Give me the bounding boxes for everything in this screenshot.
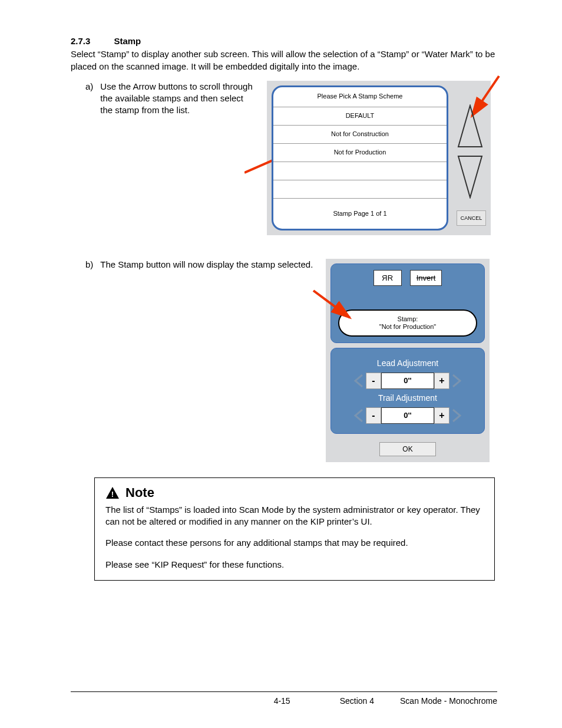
invert-button[interactable]: Invert [410,270,442,286]
footer-title: Scan Mode - Monochrome [400,696,497,707]
chevron-left-icon [352,407,366,424]
chevron-right-icon [449,373,464,389]
trail-value: 0'' [381,407,434,424]
note-p2: Please contact these persons for any add… [105,537,485,549]
svg-marker-3 [458,156,482,197]
stamp-list-item[interactable]: Not for Construction [273,125,447,143]
step-b-text: The Stamp button will now display the st… [100,259,313,271]
stamp-value: "Not for Production" [379,323,436,331]
scroll-up-button[interactable] [457,104,483,148]
footer-section: Section 4 [340,696,374,707]
stamp-picker-title: Please Pick A Stamp Scheme [273,87,447,107]
section-title: Stamp [114,35,141,47]
stamp-picker-panel: Please Pick A Stamp Scheme DEFAULT Not f… [267,81,491,235]
stamp-display-button[interactable]: Stamp: "Not for Production" [338,309,477,337]
note-heading: Note [125,484,154,502]
stamp-list-item[interactable] [273,162,447,180]
annotation-arrow-icon [312,289,365,337]
lead-plus-button[interactable]: + [434,373,449,389]
chevron-right-icon [449,407,464,424]
ok-button[interactable]: OK [379,442,436,456]
lead-value: 0'' [381,373,434,389]
trail-plus-button[interactable]: + [434,407,449,424]
page-footer: 4-15 Section 4 Scan Mode - Monochrome [71,691,497,707]
scroll-down-button[interactable] [457,155,483,199]
stamp-adjust-panel: RR Invert Stamp: "Not for Production" Le… [326,259,490,462]
mirror-button[interactable]: RR [373,270,402,286]
chevron-left-icon [352,373,366,389]
trail-adjust-label: Trail Adjustment [338,393,477,404]
step-a-text: Use the Arrow buttons to scroll through … [100,81,256,117]
svg-text:!: ! [111,490,114,499]
section-number: 2.7.3 [71,35,90,47]
warning-icon: ! [105,486,120,499]
lead-adjust-label: Lead Adjustment [338,358,477,369]
page-number: 4-15 [274,696,290,707]
step-a-letter: a) [85,81,93,117]
stamp-list-item[interactable] [273,180,447,198]
stamp-list-item[interactable]: Not for Production [273,143,447,162]
trail-minus-button[interactable]: - [366,407,381,424]
note-p3: Please see “KIP Request” for these funct… [105,559,485,571]
svg-marker-2 [458,106,482,147]
stamp-page-label: Stamp Page 1 of 1 [273,198,447,229]
cancel-button[interactable]: CANCEL [457,210,486,226]
note-box: ! Note The list of “Stamps” is loaded in… [94,477,495,581]
stamp-label: Stamp: [398,315,418,323]
intro-text: Select “Stamp” to display another sub sc… [71,48,497,73]
lead-minus-button[interactable]: - [366,373,381,389]
stamp-list-item[interactable]: DEFAULT [273,107,447,125]
note-p1: The list of “Stamps” is loaded into Scan… [105,504,485,528]
svg-line-4 [313,291,350,318]
step-b-letter: b) [85,259,93,271]
